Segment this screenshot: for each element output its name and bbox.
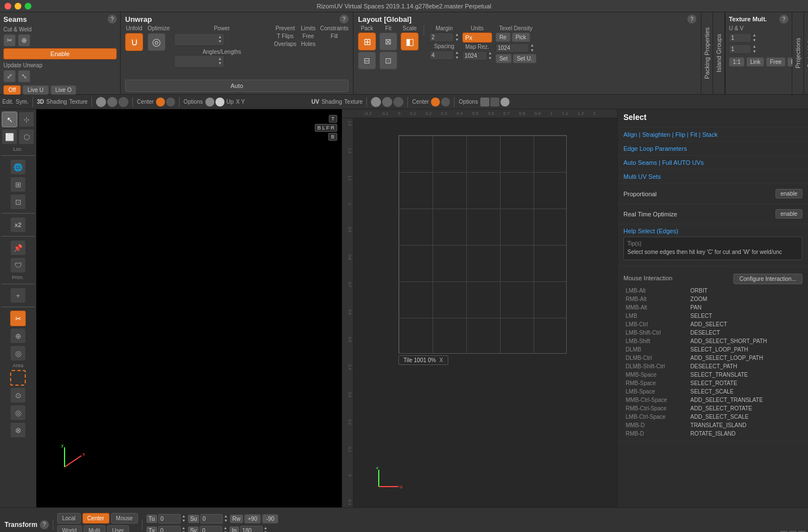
circle-btn[interactable]: ⊙ — [10, 387, 26, 403]
tu-input[interactable]: 0 — [158, 514, 181, 524]
pack-btn-2[interactable]: ⊟ — [358, 52, 376, 70]
align-label[interactable]: Align | Straighten | Flip | Fit | Stack — [623, 131, 802, 138]
free-btn[interactable]: Free — [766, 57, 786, 67]
frame-btn[interactable]: ⊞ — [10, 177, 26, 192]
tv-input[interactable]: 0 — [158, 526, 181, 533]
maximize-traffic-light[interactable] — [25, 3, 31, 10]
spacing-down[interactable]: ▼ — [455, 55, 459, 60]
cut-btn[interactable]: ✂ — [10, 311, 26, 326]
shield-btn[interactable]: 🛡 — [10, 257, 26, 273]
select-poly-btn[interactable]: ⬡ — [19, 129, 34, 145]
tile-close-btn[interactable]: X — [439, 357, 443, 363]
tu-up[interactable]: ▲ — [182, 514, 186, 519]
spacing-input[interactable]: 4 — [429, 50, 454, 60]
real-time-enable-btn[interactable]: enable — [775, 209, 802, 219]
unwrap-help-btn[interactable]: ? — [339, 15, 348, 24]
center-tab[interactable]: Center — [82, 513, 109, 524]
vp-sphere-1[interactable] — [96, 97, 106, 107]
tv-up[interactable]: ▲ — [182, 526, 186, 530]
local-tab[interactable]: Local — [57, 513, 81, 524]
tu-down[interactable]: ▼ — [182, 519, 186, 523]
user-tab[interactable]: User — [107, 525, 129, 532]
script-hub-tab[interactable]: Script Hub — [804, 12, 808, 94]
in-input[interactable]: 180 — [240, 526, 263, 533]
uv-options-icon-2[interactable] — [490, 98, 499, 107]
margin-down[interactable]: ▼ — [455, 38, 459, 42]
mouse-tab[interactable]: Mouse — [111, 513, 138, 524]
pick-btn[interactable]: Pick — [512, 33, 530, 42]
uv-sphere-3[interactable] — [393, 97, 403, 107]
map-rez-input[interactable]: 1024 — [462, 51, 487, 61]
select-loop-btn[interactable]: ⊡ — [10, 194, 26, 210]
optimize-btn[interactable]: ◎ — [148, 33, 166, 51]
unwrap-icon-1[interactable]: ⤢ — [3, 70, 16, 82]
seams-help-btn[interactable]: ? — [108, 15, 117, 24]
density-down[interactable]: ▼ — [530, 48, 534, 53]
select-btn[interactable]: ↖ — [2, 112, 17, 127]
vp-sphere-2[interactable] — [107, 97, 117, 107]
select-btn-2[interactable]: ⊹ — [19, 112, 34, 127]
uv-center-dot-gray[interactable] — [441, 98, 450, 107]
link-btn[interactable]: Link — [746, 57, 764, 67]
area-btn[interactable] — [10, 370, 26, 386]
uv2-up[interactable]: ▲ — [752, 44, 756, 49]
uv-value2-input[interactable]: 1 — [729, 44, 751, 54]
minimize-traffic-light[interactable] — [15, 3, 21, 10]
spacing-up[interactable]: ▲ — [455, 50, 459, 55]
center-dot-gray[interactable] — [166, 98, 175, 107]
edge-loop-label[interactable]: Edge Loop Parameters — [623, 145, 802, 152]
world-tab[interactable]: World — [57, 525, 82, 532]
uv-options-icon-1[interactable] — [480, 98, 489, 107]
packing-tab[interactable]: Packing Properties — [701, 12, 713, 94]
rw-pos-btn[interactable]: +90 — [244, 514, 261, 524]
x2-btn[interactable]: x2 — [10, 217, 26, 233]
multi-tab[interactable]: Multi — [84, 525, 105, 532]
set-u-btn[interactable]: Set U. — [513, 54, 536, 63]
pack-btn[interactable]: ⊞ — [358, 33, 376, 50]
uv2-down[interactable]: ▼ — [752, 49, 756, 54]
ring-btn[interactable]: ◎ — [10, 405, 26, 420]
weld-btn[interactable]: ⊕ — [10, 328, 26, 344]
auto-btn[interactable]: Auto — [125, 80, 348, 92]
ratio-btn[interactable]: 1:1 — [729, 57, 745, 67]
center-dot-orange[interactable] — [156, 98, 165, 107]
uv-value1-input[interactable]: 1 — [729, 33, 751, 43]
uv-sphere-1[interactable] — [371, 97, 381, 107]
margin-up[interactable]: ▲ — [455, 33, 459, 37]
orbit-btn[interactable]: 🌐 — [10, 159, 26, 175]
su-input[interactable]: 0 — [200, 514, 223, 524]
sv-input[interactable]: 0 — [200, 526, 222, 533]
pin-btn[interactable]: 📌 — [10, 240, 26, 256]
select-rect-btn[interactable]: ⬜ — [2, 129, 17, 145]
cut-weld-icon-btn-2[interactable]: ⊕ — [18, 34, 30, 47]
uv1-down[interactable]: ▼ — [752, 38, 756, 43]
maprez-up[interactable]: ▲ — [488, 51, 492, 55]
fit-btn-2[interactable]: ⊡ — [379, 52, 397, 70]
options-icon-2[interactable] — [215, 98, 224, 107]
enable-btn[interactable]: Enable — [3, 48, 117, 59]
proportional-enable-btn[interactable]: enable — [775, 189, 802, 198]
island-groups-tab[interactable]: Island Groups — [713, 12, 725, 94]
help-select-label[interactable]: Help Select (Edges) — [623, 228, 802, 234]
uv-sphere-2[interactable] — [382, 97, 392, 107]
maprez-down[interactable]: ▼ — [488, 56, 492, 61]
scale-btn[interactable]: ◧ — [401, 33, 419, 50]
configure-btn[interactable]: Configure Interaction... — [733, 274, 802, 284]
viewport-uv[interactable]: -0.2 -0.1 0 0.1 0.2 0.3 0.4 0.5 0.6 0.7 … — [342, 109, 617, 507]
re-btn[interactable]: Re — [495, 33, 511, 42]
live-o-btn[interactable]: Live O — [50, 85, 77, 95]
off-btn[interactable]: Off — [3, 85, 21, 95]
density-up[interactable]: ▲ — [530, 43, 534, 48]
unfold-btn[interactable]: ∪ — [125, 33, 143, 51]
viewport-3d[interactable]: T B L F R B x y — [36, 109, 342, 507]
overlay-blfr-btn[interactable]: B L F R — [315, 124, 337, 132]
uv1-up[interactable]: ▲ — [752, 33, 756, 38]
fit-btn[interactable]: ⊠ — [379, 33, 397, 50]
overlay-t-btn[interactable]: T — [329, 115, 338, 123]
px-btn[interactable]: Px — [462, 33, 492, 43]
multi-uv-label[interactable]: Multi UV Sets — [623, 173, 802, 180]
set-btn[interactable]: Set — [495, 54, 512, 63]
relax-btn[interactable]: ◎ — [10, 345, 26, 361]
options-icon-1[interactable] — [205, 98, 214, 107]
unwrap-icon-2[interactable]: ⤡ — [18, 70, 30, 82]
